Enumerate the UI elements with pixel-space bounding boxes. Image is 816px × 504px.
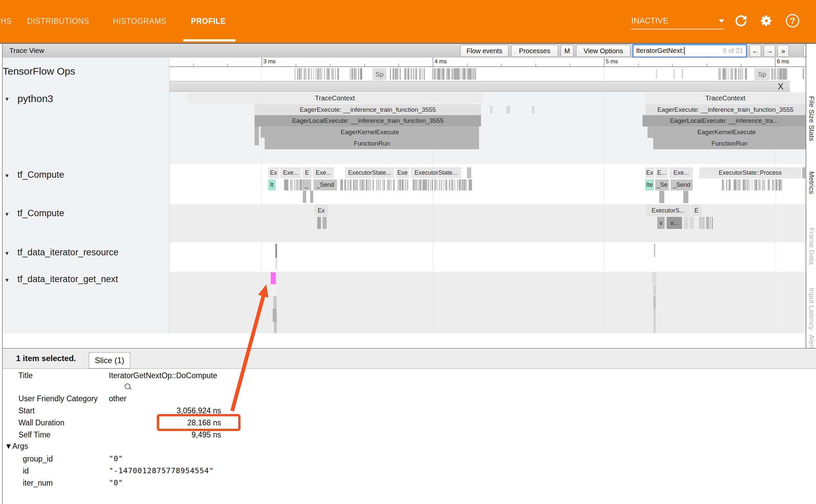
- trace-stripe[interactable]: [451, 179, 452, 190]
- trace-slice[interactable]: [802, 167, 806, 178]
- tab-histograms[interactable]: HISTOGRAMS: [113, 17, 166, 26]
- trace-slice[interactable]: [276, 258, 277, 270]
- trace-stripe[interactable]: [434, 68, 435, 80]
- collapse-triangle-icon[interactable]: ▾: [5, 249, 9, 257]
- trace-stripe[interactable]: [407, 179, 408, 190]
- trace-slice[interactable]: ExecutorState...: [411, 167, 461, 178]
- trace-stripe[interactable]: [432, 68, 433, 80]
- trace-slice[interactable]: [310, 191, 313, 203]
- trace-stripe[interactable]: [749, 179, 750, 190]
- trace-stripe[interactable]: [441, 179, 442, 190]
- magnifier-icon[interactable]: [125, 384, 132, 391]
- trace-stripe[interactable]: [405, 179, 406, 190]
- trace-stripe[interactable]: [355, 68, 356, 80]
- trace-stripe[interactable]: [771, 68, 773, 80]
- trace-slice[interactable]: EagerLocalExecute: __inference_tra...: [642, 115, 806, 127]
- trace-slice[interactable]: Exe: [396, 167, 409, 178]
- trace-stripe[interactable]: [305, 68, 307, 80]
- trace-stripe[interactable]: [420, 179, 421, 190]
- trace-stripe[interactable]: [720, 68, 721, 80]
- trace-slice[interactable]: Ex: [645, 167, 654, 178]
- toolbar-button-view-options[interactable]: View Options: [576, 45, 630, 57]
- trace-stripe[interactable]: [777, 68, 778, 80]
- trace-stripe[interactable]: [426, 179, 427, 190]
- trace-stripe[interactable]: [328, 68, 330, 80]
- trace-slice[interactable]: [673, 69, 675, 79]
- trace-slice[interactable]: Ex: [268, 167, 279, 178]
- trace-stripe[interactable]: [475, 68, 476, 80]
- run-selector[interactable]: INACTIVE: [631, 16, 668, 25]
- trace-stripe[interactable]: [422, 68, 423, 80]
- trace-slice[interactable]: Sp: [372, 68, 387, 80]
- trace-slice[interactable]: [684, 217, 688, 229]
- trace-stripe[interactable]: [350, 68, 351, 80]
- trace-stripe[interactable]: [299, 68, 300, 80]
- trace-stripe[interactable]: [344, 179, 346, 190]
- trace-stripe[interactable]: [460, 68, 460, 80]
- trace-stripe[interactable]: [752, 179, 752, 190]
- trace-stripe[interactable]: [354, 68, 355, 80]
- trace-slice[interactable]: [273, 296, 277, 309]
- trace-slice[interactable]: v...: [667, 217, 682, 229]
- trace-stripe[interactable]: [393, 179, 395, 190]
- trace-stripe[interactable]: [769, 179, 770, 190]
- trace-stripe[interactable]: [747, 179, 748, 190]
- trace-slice[interactable]: Ite: [645, 179, 654, 190]
- trace-slice[interactable]: E: [691, 205, 701, 216]
- trace-stripe[interactable]: [739, 179, 741, 190]
- trace-slice[interactable]: [656, 69, 657, 79]
- trace-slice[interactable]: [271, 272, 276, 284]
- trace-stripe[interactable]: [294, 179, 295, 190]
- toolbar-button-flow-events[interactable]: Flow events: [460, 45, 508, 57]
- sidebar-tab-file-size-stats[interactable]: File Size Stats: [808, 96, 816, 141]
- trace-stripe[interactable]: [470, 68, 472, 80]
- trace-stripe[interactable]: [390, 68, 391, 80]
- trace-stripe[interactable]: [351, 68, 353, 80]
- sidebar-tab-alerts[interactable]: Alerts: [808, 335, 816, 348]
- trace-stripe[interactable]: [745, 179, 746, 190]
- trace-stripe[interactable]: [470, 179, 472, 190]
- close-icon[interactable]: X: [778, 82, 784, 91]
- trace-stripe[interactable]: [335, 68, 336, 80]
- trace-stripe[interactable]: [333, 68, 334, 80]
- trace-stripe[interactable]: [724, 68, 726, 80]
- search-nav-button-0[interactable]: ←: [750, 45, 761, 57]
- trace-stripe[interactable]: [707, 217, 709, 229]
- trace-stripe[interactable]: [301, 68, 302, 80]
- trace-stripe[interactable]: [317, 68, 319, 80]
- trace-slice[interactable]: [272, 285, 276, 296]
- trace-stripe[interactable]: [746, 68, 747, 80]
- trace-stripe[interactable]: [436, 68, 436, 80]
- trace-stripe[interactable]: [735, 179, 737, 190]
- trace-slice[interactable]: ExecutorState...: [345, 167, 394, 178]
- trace-stripe[interactable]: [458, 68, 459, 80]
- trace-stripe[interactable]: [762, 179, 764, 190]
- trace-stripe[interactable]: [454, 179, 455, 190]
- trace-stripe[interactable]: [347, 179, 348, 190]
- trace-stripe[interactable]: [416, 68, 417, 80]
- trace-slice[interactable]: [659, 191, 664, 203]
- trace-slice[interactable]: ExecutorS...: [646, 205, 690, 216]
- trace-slice[interactable]: EagerLocalExecute: __inference_train_fun…: [255, 115, 481, 127]
- trace-slice[interactable]: TraceContext: [188, 93, 482, 103]
- trace-stripe[interactable]: [444, 68, 445, 80]
- trace-slice[interactable]: [317, 217, 321, 229]
- trace-slice[interactable]: It: [268, 179, 276, 190]
- trace-stripe[interactable]: [446, 179, 447, 190]
- trace-slice[interactable]: [653, 296, 656, 309]
- trace-slice[interactable]: [490, 106, 492, 113]
- trace-stripe[interactable]: [321, 68, 322, 80]
- trace-slice[interactable]: [654, 309, 656, 333]
- trace-stripe[interactable]: [447, 68, 448, 80]
- trace-slice[interactable]: [690, 217, 694, 229]
- trace-slice[interactable]: [467, 167, 471, 178]
- trace-stripe[interactable]: [738, 68, 739, 80]
- search-nav-button-2[interactable]: »: [777, 45, 789, 57]
- trace-stripe[interactable]: [436, 179, 437, 190]
- trace-stripe[interactable]: [727, 68, 727, 80]
- trace-stripe[interactable]: [290, 179, 291, 190]
- trace-slice[interactable]: [360, 68, 362, 80]
- trace-stripe[interactable]: [464, 68, 466, 80]
- trace-stripe[interactable]: [786, 68, 788, 80]
- collapse-triangle-icon[interactable]: ▾: [5, 172, 9, 179]
